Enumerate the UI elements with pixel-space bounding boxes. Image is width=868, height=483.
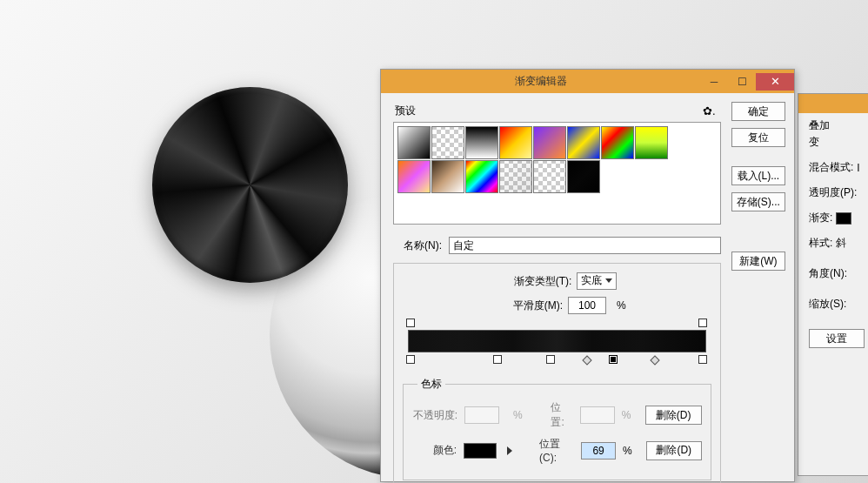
dialog-title: 渐变编辑器 bbox=[381, 74, 700, 89]
preset-swatch[interactable] bbox=[635, 126, 668, 159]
opacity-label: 透明度(P): bbox=[809, 185, 857, 200]
style-label: 样式: bbox=[809, 236, 832, 251]
gradient-bar-area[interactable] bbox=[408, 330, 706, 352]
preset-label: 预设 bbox=[395, 104, 416, 118]
preset-swatch[interactable] bbox=[431, 160, 464, 193]
gradient-editor-dialog: 渐变编辑器 ─ ☐ ✕ 预设 ✿. bbox=[380, 69, 795, 482]
stop-opacity-label: 不透明度: bbox=[412, 408, 457, 423]
settings-button[interactable]: 设置 bbox=[809, 329, 865, 348]
gradient-settings-group: 渐变类型(T): 实底 平滑度(M): % bbox=[393, 263, 721, 483]
delete-opacity-stop-button[interactable]: 删除(D) bbox=[645, 406, 702, 425]
scale-label: 缩放(S): bbox=[809, 297, 846, 312]
angle-label: 角度(N): bbox=[809, 266, 847, 281]
midpoint-stop[interactable] bbox=[651, 355, 660, 365]
titlebar[interactable]: 渐变编辑器 ─ ☐ ✕ bbox=[381, 70, 794, 93]
gradient-type-select[interactable]: 实底 bbox=[577, 272, 617, 290]
new-button[interactable]: 新建(W) bbox=[731, 252, 785, 271]
layer-style-title bbox=[798, 94, 868, 113]
color-stop-selected[interactable] bbox=[609, 355, 618, 364]
preset-swatch[interactable] bbox=[465, 160, 498, 193]
percent-sign: % bbox=[617, 299, 626, 312]
stop-color-label: 颜色: bbox=[412, 443, 457, 458]
stops-group: 色标 不透明度: % 位置: % 删除(D) 颜色: bbox=[403, 377, 711, 480]
blend-mode-label: 混合模式: bbox=[809, 160, 853, 175]
overlay-tab[interactable]: 叠加 bbox=[809, 118, 830, 133]
stop-position1-input bbox=[580, 406, 615, 424]
color-stop[interactable] bbox=[546, 355, 555, 364]
name-input[interactable] bbox=[449, 237, 721, 254]
preset-swatch[interactable] bbox=[431, 126, 464, 159]
stop-position2-input[interactable] bbox=[581, 442, 616, 460]
maximize-button[interactable]: ☐ bbox=[728, 73, 756, 91]
gear-icon[interactable]: ✿. bbox=[703, 104, 716, 117]
opacity-stop[interactable] bbox=[406, 319, 415, 327]
preset-swatch[interactable] bbox=[533, 160, 566, 193]
bg-black-knob bbox=[152, 87, 348, 283]
preset-swatch[interactable] bbox=[567, 160, 600, 193]
stops-legend: 色标 bbox=[417, 377, 445, 392]
name-label: 名称(N): bbox=[393, 238, 442, 253]
opacity-stop[interactable] bbox=[698, 319, 707, 327]
gradient-swatch[interactable] bbox=[836, 212, 851, 225]
preset-group: 预设 ✿. bbox=[393, 102, 721, 225]
ok-button[interactable]: 确定 bbox=[731, 102, 785, 121]
delete-color-stop-button[interactable]: 删除(D) bbox=[646, 441, 702, 460]
color-stop[interactable] bbox=[493, 355, 502, 364]
gradient-type-label: 渐变类型(T): bbox=[497, 274, 571, 289]
save-button[interactable]: 存储(S)... bbox=[731, 192, 785, 211]
close-button[interactable]: ✕ bbox=[756, 73, 794, 91]
smoothness-input[interactable] bbox=[568, 297, 606, 314]
preset-swatch[interactable] bbox=[499, 126, 532, 159]
preset-swatch[interactable] bbox=[533, 126, 566, 159]
preset-swatch[interactable] bbox=[601, 126, 634, 159]
preset-swatch[interactable] bbox=[499, 160, 532, 193]
preset-swatch[interactable] bbox=[567, 126, 600, 159]
stop-opacity-input bbox=[464, 406, 499, 424]
preset-swatch[interactable] bbox=[397, 160, 431, 193]
gradient-preview-bar[interactable] bbox=[408, 330, 706, 352]
stop-position1-label: 位置: bbox=[551, 400, 572, 430]
gradient-label: 渐变: bbox=[809, 211, 832, 225]
layer-style-panel: 叠加 变 混合模式:І 透明度(P): 渐变: 样式:斜 角度(N): 缩放(S… bbox=[798, 93, 868, 476]
preset-swatch[interactable] bbox=[397, 126, 431, 159]
preset-swatch-area bbox=[393, 122, 721, 225]
minimize-button[interactable]: ─ bbox=[700, 73, 728, 91]
triangle-right-icon[interactable] bbox=[507, 446, 512, 455]
color-stop[interactable] bbox=[698, 355, 707, 364]
reset-button[interactable]: 复位 bbox=[731, 128, 785, 147]
smoothness-label: 平滑度(M): bbox=[488, 299, 563, 313]
gradient-sub: 变 bbox=[809, 135, 819, 150]
chevron-down-icon bbox=[605, 278, 612, 283]
stop-color-well[interactable] bbox=[464, 443, 497, 459]
midpoint-stop[interactable] bbox=[582, 355, 591, 365]
load-button[interactable]: 载入(L)... bbox=[731, 166, 785, 185]
stop-position2-label: 位置(C): bbox=[539, 437, 574, 464]
color-stop[interactable] bbox=[406, 355, 415, 364]
preset-swatch[interactable] bbox=[465, 126, 498, 159]
